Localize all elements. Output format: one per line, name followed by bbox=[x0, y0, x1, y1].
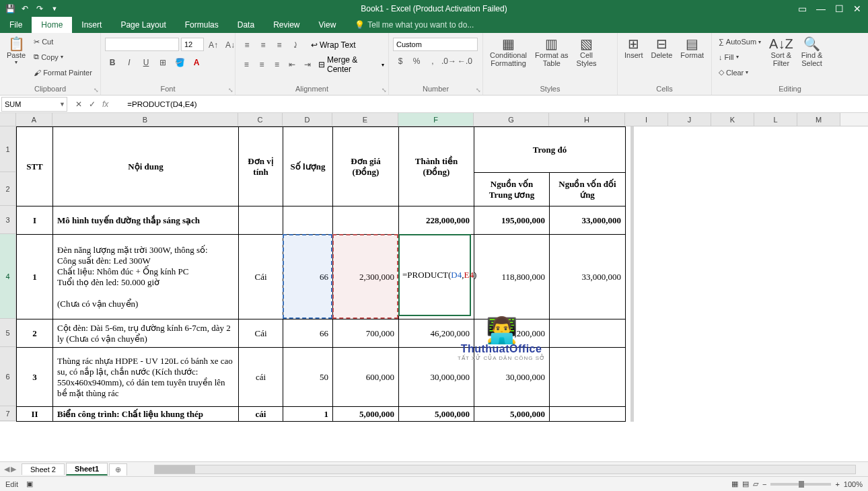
tab-insert[interactable]: Insert bbox=[72, 17, 111, 33]
align-right-icon[interactable]: ≡ bbox=[270, 57, 284, 72]
column-header[interactable]: H bbox=[549, 113, 625, 126]
row-header[interactable]: 7 bbox=[0, 406, 16, 421]
new-sheet-button[interactable]: ⊕ bbox=[109, 463, 127, 476]
cell[interactable]: 2 bbox=[17, 319, 53, 348]
view-page-break-icon[interactable]: ▱ bbox=[753, 480, 758, 488]
row-header[interactable]: 5 bbox=[0, 319, 16, 347]
percent-format-icon[interactable]: % bbox=[409, 54, 424, 69]
sheet-nav-next-icon[interactable]: ▶ bbox=[11, 465, 16, 474]
cut-button[interactable]: ✂Cut bbox=[31, 35, 95, 48]
tab-file[interactable]: File bbox=[0, 17, 32, 33]
hdr-dongia[interactable]: Đơn giá (Đồng) bbox=[333, 127, 399, 206]
increase-decimal-icon[interactable]: .0→ bbox=[441, 54, 456, 69]
name-box-dropdown-icon[interactable]: ▼ bbox=[59, 101, 65, 108]
align-bottom-icon[interactable]: ≡ bbox=[272, 38, 287, 52]
sort-filter-button[interactable]: A↓ZSort & Filter bbox=[766, 35, 796, 69]
sheet-tab[interactable]: Sheet1 bbox=[66, 463, 108, 476]
undo-icon[interactable]: ↶ bbox=[19, 3, 31, 15]
cell[interactable]: 66 bbox=[283, 235, 333, 319]
hdr-dvt[interactable]: Đơn vị tính bbox=[239, 127, 283, 206]
maximize-icon[interactable]: ☐ bbox=[835, 3, 844, 14]
tab-formulas[interactable]: Formulas bbox=[176, 17, 228, 33]
column-header[interactable]: F bbox=[398, 113, 474, 126]
conditional-formatting-button[interactable]: ▦Conditional Formatting bbox=[487, 35, 530, 69]
cell[interactable]: 3 bbox=[17, 348, 53, 407]
row-header[interactable]: 4 bbox=[0, 234, 16, 319]
sheet-tab[interactable]: Sheet 2 bbox=[22, 463, 65, 475]
hdr-stt[interactable]: STT bbox=[17, 127, 53, 206]
row-header[interactable]: 1 bbox=[0, 126, 16, 172]
cell[interactable]: cái bbox=[239, 348, 283, 407]
font-color-button[interactable]: A bbox=[189, 55, 204, 70]
cell[interactable] bbox=[633, 347, 634, 406]
increase-font-icon[interactable]: A↑ bbox=[206, 38, 221, 52]
cell[interactable]: I bbox=[17, 206, 53, 235]
column-header[interactable]: L bbox=[754, 113, 797, 126]
column-header[interactable]: M bbox=[797, 113, 840, 126]
zoom-slider[interactable] bbox=[770, 483, 831, 486]
row-header[interactable]: 2 bbox=[0, 172, 16, 206]
column-header[interactable]: G bbox=[474, 113, 549, 126]
cell[interactable]: Biển công trình: Chất liệu khung thép bbox=[53, 407, 239, 422]
tab-review[interactable]: Review bbox=[264, 17, 309, 33]
select-all-button[interactable] bbox=[0, 113, 16, 126]
comma-format-icon[interactable]: , bbox=[425, 54, 440, 69]
hdr-sl[interactable]: Số lượng bbox=[283, 127, 333, 206]
format-as-table-button[interactable]: ▥Format as Table bbox=[532, 35, 571, 69]
active-cell-editor[interactable]: =PRODUCT(D4,E4) bbox=[398, 234, 471, 316]
hdr-noidung[interactable]: Nội dung bbox=[53, 127, 239, 206]
cell[interactable]: Mô hình tuyến đường thắp sáng sạch bbox=[53, 206, 239, 235]
cell[interactable] bbox=[333, 206, 399, 235]
cell[interactable] bbox=[550, 348, 626, 407]
align-middle-icon[interactable]: ≡ bbox=[256, 38, 270, 52]
cell[interactable]: 1 bbox=[17, 235, 53, 319]
fill-button[interactable]: ↓Fill▾ bbox=[716, 50, 764, 64]
name-box[interactable]: SUM ▼ bbox=[1, 97, 67, 112]
fill-color-button[interactable]: 🪣 bbox=[172, 55, 187, 70]
cell[interactable] bbox=[550, 407, 626, 422]
close-icon[interactable]: ✕ bbox=[853, 3, 861, 14]
zoom-out-icon[interactable]: − bbox=[762, 480, 766, 488]
enter-formula-icon[interactable]: ✓ bbox=[89, 100, 96, 109]
number-format-select[interactable] bbox=[393, 38, 478, 51]
cell[interactable] bbox=[633, 126, 634, 172]
paste-button[interactable]: 📋 Paste ▾ bbox=[4, 35, 28, 67]
align-left-icon[interactable]: ≡ bbox=[240, 57, 254, 72]
font-family-select[interactable] bbox=[105, 38, 179, 51]
cancel-formula-icon[interactable]: ✕ bbox=[75, 100, 82, 109]
cell[interactable]: Cái bbox=[239, 235, 283, 319]
cell[interactable]: 66 bbox=[283, 319, 333, 348]
cell[interactable]: 50 bbox=[283, 348, 333, 407]
column-header[interactable]: B bbox=[52, 113, 238, 126]
underline-button[interactable]: U bbox=[139, 55, 153, 70]
column-header[interactable]: I bbox=[625, 113, 668, 126]
cell[interactable]: 600,000 bbox=[333, 348, 399, 407]
hdr-trongdo[interactable]: Trong đó bbox=[474, 127, 626, 173]
merge-center-button[interactable]: ⊟Merge & Center▾ bbox=[318, 55, 384, 74]
insert-cells-button[interactable]: ⊞Insert bbox=[622, 35, 646, 61]
delete-cells-button[interactable]: ⊟Delete bbox=[649, 35, 676, 61]
macro-record-icon[interactable]: ▣ bbox=[26, 480, 33, 488]
cell[interactable] bbox=[633, 172, 634, 206]
row-header[interactable]: 6 bbox=[0, 347, 16, 406]
fx-icon[interactable]: fx bbox=[102, 100, 112, 109]
row-header[interactable]: 3 bbox=[0, 206, 16, 234]
tab-home[interactable]: Home bbox=[32, 17, 72, 33]
cell-styles-button[interactable]: ▧Cell Styles bbox=[574, 35, 600, 69]
increase-indent-icon[interactable]: ⇥ bbox=[300, 57, 314, 72]
cell[interactable]: 228,000,000 bbox=[399, 206, 474, 235]
sheet-nav-prev-icon[interactable]: ◀ bbox=[4, 465, 9, 474]
tab-view[interactable]: View bbox=[310, 17, 346, 33]
accounting-format-icon[interactable]: $ bbox=[393, 54, 408, 69]
dialog-launcher-icon[interactable]: ⤡ bbox=[476, 87, 481, 93]
font-size-select[interactable] bbox=[181, 38, 204, 51]
view-normal-icon[interactable]: ▦ bbox=[731, 480, 738, 488]
cell[interactable] bbox=[633, 319, 634, 347]
cell[interactable]: Thùng rác nhựa HDPE - UV 120L có bánh xe… bbox=[53, 348, 239, 407]
minimize-icon[interactable]: — bbox=[816, 3, 826, 14]
format-cells-button[interactable]: ▤Format bbox=[678, 35, 707, 61]
column-header[interactable]: E bbox=[332, 113, 398, 126]
zoom-in-icon[interactable]: + bbox=[835, 480, 839, 488]
cell[interactable]: 2,300,000 bbox=[333, 235, 399, 319]
ribbon-options-icon[interactable]: ▭ bbox=[798, 3, 807, 14]
